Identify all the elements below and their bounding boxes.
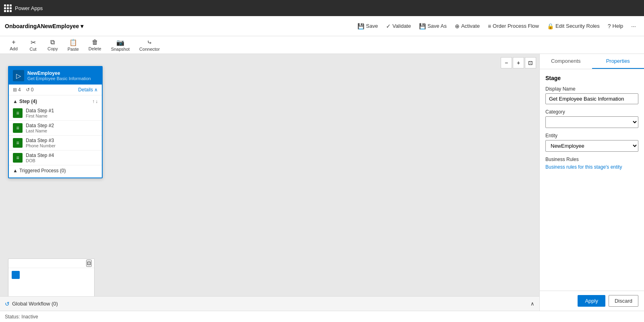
panel-section-title: Stage <box>545 75 638 81</box>
dropdown-icon[interactable]: ▾ <box>80 23 83 29</box>
mini-map-expand-button[interactable]: ⊡ <box>86 260 92 267</box>
add-icon: + <box>12 39 15 46</box>
apply-button[interactable]: Apply <box>578 295 605 307</box>
save-button[interactable]: 💾 Save <box>354 21 381 31</box>
mini-stage-icon <box>12 271 20 279</box>
save-icon: 💾 <box>357 23 364 29</box>
flow-name[interactable]: OnboardingANewEmployee ▾ <box>5 23 83 29</box>
data-step-2[interactable]: ≡ Data Step #2 Last Name <box>9 121 102 136</box>
validate-button[interactable]: ✓ Validate <box>383 21 414 31</box>
stage-card-meta: ⊞ 4 ↺ 0 Details ∧ <box>9 85 102 95</box>
global-workflow-label: Global Workflow (0) <box>12 301 58 307</box>
tab-components[interactable]: Components <box>540 54 592 69</box>
command-bar: + Add ✂ Cut ⧉ Copy 📋 Paste 🗑 Delete 📷 Sn… <box>0 36 644 54</box>
display-name-input[interactable] <box>545 93 638 104</box>
data-step-1[interactable]: ≡ Data Step #1 First Name <box>9 106 102 121</box>
details-toggle[interactable]: Details ∧ <box>78 87 98 93</box>
triggered-process-section: ▲ Triggered Process (0) <box>9 165 102 176</box>
step-section-header: ▲ Step (4) ↑ ↓ <box>9 97 102 106</box>
waffle-icon[interactable] <box>4 4 12 12</box>
canvas[interactable]: − + ⊡ ▷ NewEmployee Get Employee Basic I… <box>0 54 539 311</box>
security-roles-icon: 🔒 <box>547 23 554 29</box>
global-workflow-chevron-icon[interactable]: ∧ <box>530 301 535 307</box>
delete-button[interactable]: 🗑 Delete <box>85 37 105 53</box>
discard-button[interactable]: Discard <box>609 295 638 307</box>
connector-icon: ⤷ <box>147 39 152 46</box>
stage-icon: ▷ <box>13 70 24 81</box>
step-arrows: ↑ ↓ <box>92 99 98 104</box>
order-process-flow-button[interactable]: ≡ Order Process Flow <box>485 21 542 31</box>
panel-content: Stage Display Name Category Entity NewEm… <box>540 69 644 291</box>
paste-button[interactable]: 📋 Paste <box>64 37 83 53</box>
paste-icon: 📋 <box>69 39 77 46</box>
app-name: Power Apps <box>15 5 43 11</box>
add-button[interactable]: + Add <box>5 37 23 53</box>
business-rules-link[interactable]: Business rules for this stage's entity <box>545 164 622 170</box>
display-name-label: Display Name <box>545 86 638 92</box>
panel-tabs: Components Properties <box>540 54 644 69</box>
meta-connections: ↺ 0 <box>26 87 34 93</box>
main-layout: − + ⊡ ▷ NewEmployee Get Employee Basic I… <box>0 54 644 311</box>
help-icon: ? <box>608 23 611 29</box>
stage-title: NewEmployee <box>27 70 91 76</box>
snapshot-icon: 📷 <box>116 39 124 46</box>
toolbar-actions: 💾 Save ✓ Validate 💾 Save As ⊕ Activate ≡… <box>354 21 639 31</box>
fit-page-button[interactable]: ⊡ <box>525 57 536 68</box>
data-step-4-icon: ≡ <box>13 153 23 163</box>
data-step-3-icon: ≡ <box>13 138 23 148</box>
stage-card: ▷ NewEmployee Get Employee Basic Informa… <box>8 66 103 178</box>
zoom-in-button[interactable]: + <box>513 57 524 68</box>
stage-card-header: ▷ NewEmployee Get Employee Basic Informa… <box>9 67 102 85</box>
category-select[interactable] <box>545 116 638 128</box>
save-as-icon: 💾 <box>419 23 426 29</box>
data-step-1-icon: ≡ <box>13 108 23 118</box>
more-button[interactable]: ··· <box>628 21 639 31</box>
connector-button[interactable]: ⤷ Connector <box>135 37 164 53</box>
more-icon: ··· <box>631 23 636 29</box>
data-step-2-icon: ≡ <box>13 123 23 133</box>
tab-properties[interactable]: Properties <box>592 54 644 69</box>
right-panel: Components Properties Stage Display Name… <box>539 54 644 311</box>
data-step-3[interactable]: ≡ Data Step #3 Phone Number <box>9 136 102 151</box>
step-up-button[interactable]: ↑ <box>92 99 95 104</box>
activate-button[interactable]: ⊕ Activate <box>452 21 483 31</box>
toolbar: OnboardingANewEmployee ▾ 💾 Save ✓ Valida… <box>0 16 644 36</box>
save-as-button[interactable]: 💾 Save As <box>416 21 450 31</box>
global-workflow-bar: ↺ Global Workflow (0) ∧ <box>0 296 539 311</box>
step-collapse-icon: ▲ <box>13 99 18 104</box>
data-step-4[interactable]: ≡ Data Step #4 DOB <box>9 151 102 165</box>
details-chevron-icon: ∧ <box>94 87 98 93</box>
meta-steps: ⊞ 4 <box>13 87 21 93</box>
panel-footer: Apply Discard <box>540 291 644 311</box>
zoom-controls: − + ⊡ <box>501 57 536 68</box>
step-down-button[interactable]: ↓ <box>95 99 98 104</box>
status-label: Status: <box>5 314 20 320</box>
title-bar: Power Apps <box>0 0 644 16</box>
zoom-out-button[interactable]: − <box>501 57 512 68</box>
edit-security-roles-button[interactable]: 🔒 Edit Security Roles <box>544 21 603 31</box>
cut-icon: ✂ <box>31 39 36 46</box>
copy-icon: ⧉ <box>50 39 55 46</box>
steps-icon: ⊞ <box>13 87 17 93</box>
activate-icon: ⊕ <box>455 23 460 29</box>
business-rules-label: Business Rules <box>545 157 638 162</box>
cut-button[interactable]: ✂ Cut <box>24 37 42 53</box>
status-value: Inactive <box>21 314 38 320</box>
entity-select[interactable]: NewEmployee <box>545 140 638 152</box>
order-process-flow-icon: ≡ <box>488 23 491 29</box>
stage-subtitle: Get Employee Basic Information <box>27 76 91 81</box>
category-label: Category <box>545 109 638 115</box>
global-workflow-icon: ↺ <box>5 301 10 307</box>
snapshot-button[interactable]: 📷 Snapshot <box>107 37 134 53</box>
help-button[interactable]: ? Help <box>605 21 627 31</box>
validate-icon: ✓ <box>386 23 391 29</box>
status-bar: Status: Inactive <box>0 311 644 322</box>
stage-card-body: ▲ Step (4) ↑ ↓ ≡ Data Step #1 First Name <box>9 95 102 178</box>
triggered-collapse-icon: ▲ <box>13 168 18 173</box>
entity-label: Entity <box>545 133 638 138</box>
connections-icon: ↺ <box>26 87 30 93</box>
copy-button[interactable]: ⧉ Copy <box>43 37 62 53</box>
delete-icon: 🗑 <box>92 39 98 46</box>
mini-map-header: ⊡ <box>8 259 94 268</box>
